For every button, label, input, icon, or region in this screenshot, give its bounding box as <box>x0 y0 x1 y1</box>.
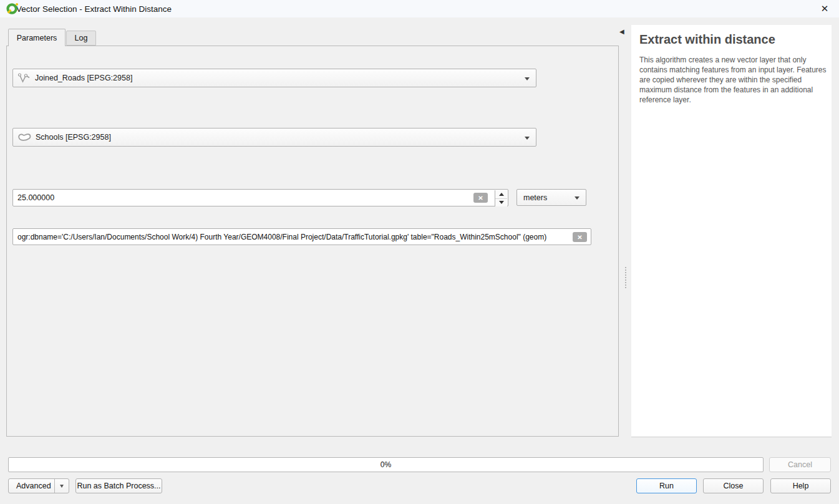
chevron-down-icon[interactable] <box>54 479 69 493</box>
spin-up-icon[interactable] <box>495 190 507 199</box>
run-as-batch-button[interactable]: Run as Batch Process... <box>75 478 162 493</box>
help-panel: Extract within distance This algorithm c… <box>631 25 832 437</box>
output-field-wrap: ✕ <box>12 228 591 245</box>
reference-layer-combo[interactable]: Schools [EPSG:2958] <box>12 128 536 147</box>
tab-log[interactable]: Log <box>66 31 96 46</box>
units-value: meters <box>523 193 547 202</box>
output-path-input[interactable] <box>13 229 591 245</box>
help-title: Extract within distance <box>639 32 823 47</box>
input-layer-combo[interactable]: Joined_Roads [EPSG:2958] <box>12 69 536 87</box>
polygon-layer-icon <box>17 132 32 143</box>
qgis-logo-icon <box>6 2 19 17</box>
clear-text-icon[interactable]: ✕ <box>473 193 488 203</box>
distance-input[interactable] <box>13 190 475 206</box>
cancel-button: Cancel <box>769 457 831 472</box>
collapse-help-panel-icon[interactable]: ◀ <box>619 28 624 35</box>
chevron-down-icon <box>525 77 530 80</box>
units-combo[interactable]: meters <box>516 189 586 206</box>
clear-text-icon[interactable]: ✕ <box>573 232 587 242</box>
extract-within-distance-dialog: Vector Selection - Extract Within Distan… <box>0 0 839 504</box>
window-title: Vector Selection - Extract Within Distan… <box>16 4 172 14</box>
help-description: This algorithm creates a new vector laye… <box>639 55 827 105</box>
chevron-down-icon <box>575 196 580 200</box>
advanced-label: Advanced <box>16 482 51 490</box>
splitter-handle[interactable] <box>625 267 626 288</box>
close-button[interactable]: Close <box>703 478 764 493</box>
spinner-control[interactable] <box>495 190 507 206</box>
run-button[interactable]: Run <box>636 478 697 493</box>
progress-text: 0% <box>381 460 391 469</box>
input-layer-value: Joined_Roads [EPSG:2958] <box>35 74 132 82</box>
help-button[interactable]: Help <box>770 478 831 493</box>
title-bar: Vector Selection - Extract Within Distan… <box>0 0 839 17</box>
chevron-down-icon <box>525 137 530 140</box>
progress-bar: 0% <box>8 457 764 472</box>
line-layer-icon <box>17 72 31 84</box>
spin-down-icon[interactable] <box>495 199 507 207</box>
close-icon[interactable]: ✕ <box>814 0 835 17</box>
advanced-button[interactable]: Advanced <box>8 478 69 493</box>
reference-layer-value: Schools [EPSG:2958] <box>36 133 111 142</box>
distance-spinbox[interactable]: ✕ <box>12 189 508 206</box>
tab-parameters[interactable]: Parameters <box>8 29 65 46</box>
